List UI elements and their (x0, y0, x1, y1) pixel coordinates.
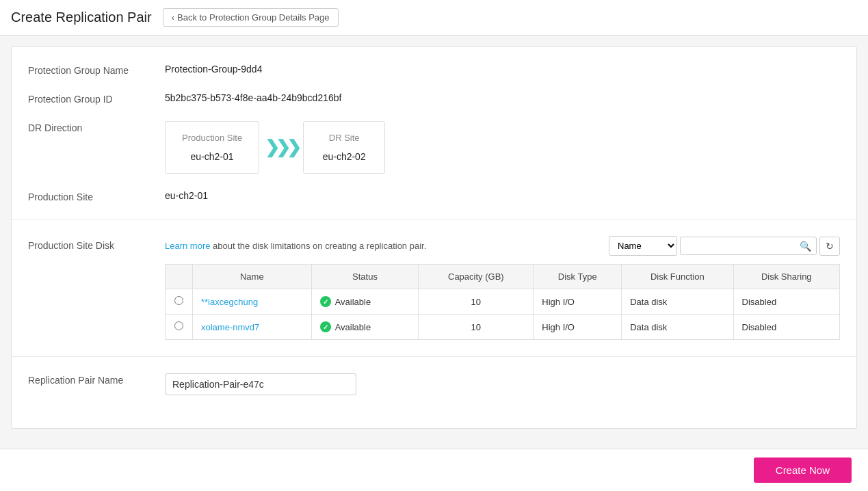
dr-site-box-label: DR Site (320, 133, 368, 143)
chevron-left-icon: ‹ (172, 12, 174, 23)
replication-pair-name-label: Replication Pair Name (28, 373, 165, 386)
refresh-button[interactable]: ↻ (819, 237, 840, 256)
disk-table-header: Name Status Capacity (GB) Disk Type Disk… (166, 265, 840, 289)
status-col-header: Status (311, 265, 419, 289)
row2-name: xolame-nmvd7 (193, 315, 312, 340)
row2-select-cell[interactable] (166, 315, 193, 340)
row1-name: **iaxcegchung (193, 289, 312, 315)
dr-direction-row: DR Direction Production Site eu-ch2-01 ❯… (28, 121, 840, 174)
production-site-field-label: Production Site (28, 190, 165, 202)
disk-search-controls: Name 🔍 ↻ (609, 236, 840, 256)
production-site-field-value: eu-ch2-01 (165, 190, 208, 201)
row2-status-text: Available (335, 322, 371, 332)
row2-capacity: 10 (419, 315, 534, 340)
production-site-disk-row: Production Site Disk Learn more about th… (28, 236, 840, 340)
search-input[interactable] (680, 237, 817, 255)
disk-sharing-col-header: Disk Sharing (733, 265, 839, 289)
protection-group-id-value: 5b2bc375-b573-4f8e-aa4b-24b9bcd216bf (165, 92, 341, 103)
protection-group-id-row: Protection Group ID 5b2bc375-b573-4f8e-a… (28, 92, 840, 105)
table-row: xolame-nmvd7 Available 10 High I/O Data … (166, 315, 840, 340)
row1-disk-sharing: Disabled (733, 289, 839, 315)
select-col-header (166, 265, 193, 289)
row1-disk-type: High I/O (534, 289, 622, 315)
name-col-header: Name (193, 265, 312, 289)
disk-section-label: Production Site Disk (28, 236, 165, 251)
refresh-icon: ↻ (826, 241, 834, 252)
divider (12, 219, 856, 220)
page-title: Create Replication Pair (11, 10, 152, 25)
back-button-label: Back to Protection Group Details Page (177, 12, 330, 23)
learn-more-link[interactable]: Learn more (165, 241, 210, 251)
search-input-wrap: 🔍 (680, 237, 817, 255)
page-header: Create Replication Pair ‹ Back to Protec… (0, 0, 868, 36)
production-site-box-label: Production Site (182, 133, 242, 143)
replication-pair-name-input[interactable] (165, 373, 356, 395)
row1-select-cell[interactable] (166, 289, 193, 315)
production-site-box: Production Site eu-ch2-01 (165, 121, 259, 174)
dr-direction-visual: Production Site eu-ch2-01 ❯❯❯ DR Site eu… (165, 121, 385, 174)
divider2 (12, 356, 856, 357)
disk-function-col-header: Disk Function (622, 265, 733, 289)
disk-info-text: Learn more about the disk limitations on… (165, 241, 426, 251)
production-site-row: Production Site eu-ch2-01 (28, 190, 840, 202)
back-button[interactable]: ‹ Back to Protection Group Details Page (163, 8, 339, 27)
row2-disk-sharing: Disabled (733, 315, 839, 340)
production-site-box-value: eu-ch2-01 (182, 151, 242, 162)
dr-site-box-value: eu-ch2-02 (320, 151, 368, 162)
dr-direction-label: DR Direction (28, 121, 165, 133)
protection-group-name-label: Protection Group Name (28, 64, 165, 76)
disk-table-body: **iaxcegchung Available 10 High I/O Data… (166, 289, 840, 340)
row1-disk-function: Data disk (622, 289, 733, 315)
dr-arrows: ❯❯❯ (259, 137, 303, 158)
protection-group-name-value: Protection-Group-9dd4 (165, 64, 262, 75)
row2-disk-type: High I/O (534, 315, 622, 340)
row2-status-dot (320, 321, 331, 332)
row1-status: Available (311, 289, 419, 315)
protection-group-id-label: Protection Group ID (28, 92, 165, 105)
table-row: **iaxcegchung Available 10 High I/O Data… (166, 289, 840, 315)
filter-select[interactable]: Name (609, 236, 677, 256)
main-content: Protection Group Name Protection-Group-9… (11, 47, 857, 429)
dr-site-box: DR Site eu-ch2-02 (303, 121, 385, 174)
row2-radio[interactable] (174, 321, 183, 330)
disk-info-rest: about the disk limitations on creating a… (210, 241, 426, 251)
row1-radio[interactable] (174, 296, 183, 305)
disk-type-col-header: Disk Type (534, 265, 622, 289)
row2-disk-function: Data disk (622, 315, 733, 340)
row1-status-text: Available (335, 297, 371, 307)
row1-status-dot (320, 296, 331, 307)
replication-pair-name-row: Replication Pair Name (28, 373, 840, 395)
disk-table: Name Status Capacity (GB) Disk Type Disk… (165, 264, 840, 340)
row1-capacity: 10 (419, 289, 534, 315)
row2-status: Available (311, 315, 419, 340)
disk-section: Learn more about the disk limitations on… (165, 236, 840, 340)
capacity-col-header: Capacity (GB) (419, 265, 534, 289)
disk-top-controls: Learn more about the disk limitations on… (165, 236, 840, 256)
protection-group-name-row: Protection Group Name Protection-Group-9… (28, 64, 840, 76)
